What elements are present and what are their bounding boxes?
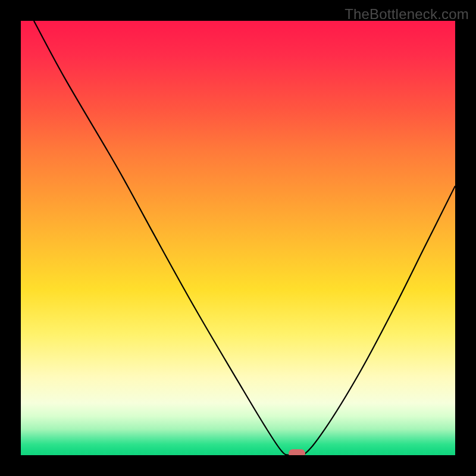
- bottleneck-curve: [34, 21, 455, 455]
- curve-layer: [21, 21, 455, 455]
- watermark-text: TheBottleneck.com: [345, 6, 469, 23]
- plot-area: [21, 21, 455, 455]
- optimal-marker: [289, 449, 305, 455]
- chart-container: TheBottleneck.com: [0, 0, 476, 476]
